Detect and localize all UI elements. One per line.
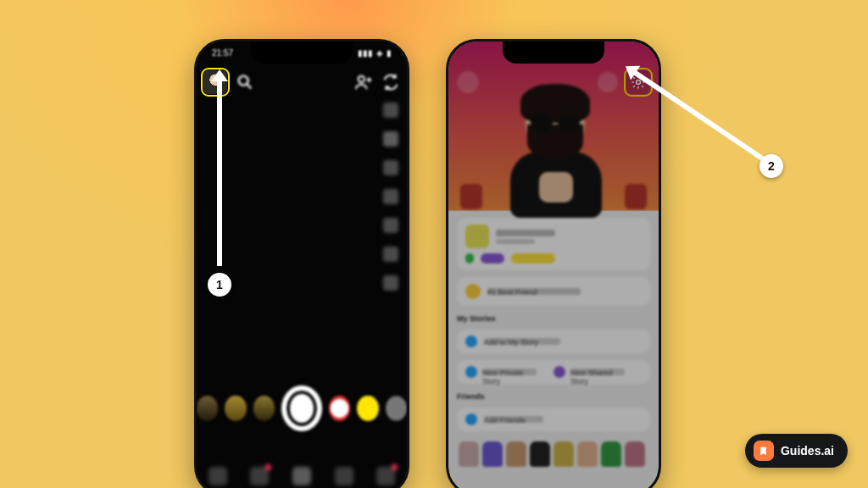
phone-camera-screen: 21:57 ▮▮▮◈▮ (194, 39, 409, 488)
friends-avatar-row[interactable] (457, 438, 650, 470)
new-story-row: New Private Story New Shared Story (457, 360, 650, 384)
new-shared-story[interactable]: New Shared Story (554, 366, 625, 378)
phone-button (194, 194, 196, 228)
friend-avatar[interactable] (530, 441, 550, 467)
callout-arrow-1 (217, 80, 222, 266)
watermark-badge: Guides.ai (745, 434, 848, 468)
section-my-stories: My Stories (457, 314, 650, 323)
best-friend-card[interactable]: #1 Best Friend (457, 277, 650, 306)
friend-avatar[interactable] (601, 441, 621, 467)
add-to-my-story-row[interactable]: Add to My Story (457, 330, 650, 353)
row-label: Add Friends (484, 416, 543, 423)
astro-badge-icon[interactable] (460, 184, 482, 209)
friend-avatar[interactable] (482, 441, 503, 467)
best-friend-emoji (465, 284, 481, 299)
add-friends-icon (465, 413, 477, 425)
private-story-icon (465, 366, 477, 378)
row-label: New Shared Story (570, 369, 625, 375)
night-icon[interactable] (383, 189, 398, 204)
flip-camera-icon[interactable] (381, 73, 400, 92)
lens-thumb[interactable] (197, 396, 218, 421)
phone-button (446, 194, 448, 228)
svg-point-2 (359, 76, 364, 82)
shutter-button[interactable] (281, 385, 322, 431)
music-icon[interactable] (383, 131, 398, 147)
tutorial-graphic: 21:57 ▮▮▮◈▮ (0, 0, 868, 488)
phone-button (194, 152, 196, 186)
phone-notch (503, 42, 604, 64)
status-indicators: ▮▮▮◈▮ (358, 48, 392, 58)
section-friends: Friends (457, 392, 650, 401)
search-icon[interactable] (236, 73, 254, 92)
lens-thumb[interactable] (386, 396, 407, 421)
grid-icon[interactable] (383, 247, 398, 262)
lens-thumb[interactable] (225, 396, 246, 421)
bitmoji-avatar[interactable] (490, 84, 617, 211)
nav-stories-icon[interactable] (335, 467, 353, 485)
friend-avatar[interactable] (577, 441, 598, 467)
lens-thumb[interactable] (357, 396, 378, 421)
timer-icon[interactable] (383, 218, 398, 233)
nav-chat-icon[interactable] (250, 467, 269, 485)
row-label: New Private Story (482, 369, 537, 375)
watermark-label: Guides.ai (781, 444, 834, 458)
lens-thumb[interactable] (329, 396, 350, 421)
phone-button (194, 118, 196, 140)
add-friends-row[interactable]: Add Friends (457, 408, 650, 431)
bookmark-icon (754, 441, 774, 461)
profile-body: #1 Best Friend My Stories Add to My Stor… (448, 211, 659, 488)
back-button[interactable] (457, 71, 479, 93)
story-add-icon (465, 336, 477, 347)
shared-story-icon (554, 366, 565, 378)
lens-thumb[interactable] (253, 396, 275, 421)
camera-toolbar (383, 103, 398, 291)
nav-map-icon[interactable] (209, 467, 227, 485)
phone-profile-screen: #1 Best Friend My Stories Add to My Stor… (446, 39, 661, 488)
svg-point-0 (239, 76, 248, 86)
username (496, 239, 535, 244)
snapscore-chip[interactable] (465, 253, 474, 263)
phone-button (446, 152, 448, 186)
callout-number: 1 (208, 273, 231, 297)
phone-notch (251, 42, 353, 64)
nav-spotlight-icon[interactable] (376, 467, 395, 485)
callout-number: 2 (760, 154, 783, 178)
add-friend-icon[interactable] (354, 73, 373, 92)
callout-1: 1 (208, 273, 231, 297)
zodiac-chip[interactable] (481, 253, 504, 263)
svg-point-5 (637, 80, 641, 85)
bottom-nav (197, 467, 407, 485)
callout-2: 2 (760, 154, 783, 178)
flash-icon[interactable] (383, 103, 398, 118)
new-private-story[interactable]: New Private Story (465, 366, 537, 378)
lens-carousel[interactable] (197, 385, 407, 431)
phone-button (446, 118, 448, 140)
best-friend-label: #1 Best Friend (487, 288, 581, 295)
profile-info-card[interactable] (457, 218, 650, 270)
snapcode-icon[interactable] (625, 184, 647, 209)
friend-avatar[interactable] (506, 441, 526, 467)
share-icon[interactable] (598, 72, 618, 92)
more-icon[interactable] (383, 275, 398, 291)
status-time: 21:57 (212, 48, 233, 58)
nav-camera-icon[interactable] (292, 467, 311, 485)
row-label: Add to My Story (484, 338, 560, 345)
display-name (496, 230, 555, 236)
friend-avatar[interactable] (459, 441, 479, 467)
snapcode-thumb[interactable] (465, 225, 489, 248)
camera-plus-icon[interactable] (383, 160, 398, 175)
svg-line-1 (248, 85, 252, 89)
snapchat-plus-chip[interactable] (511, 253, 555, 263)
phone-button (408, 160, 409, 211)
friend-avatar[interactable] (625, 441, 645, 467)
friend-avatar[interactable] (554, 441, 574, 467)
phone-button (659, 160, 661, 211)
